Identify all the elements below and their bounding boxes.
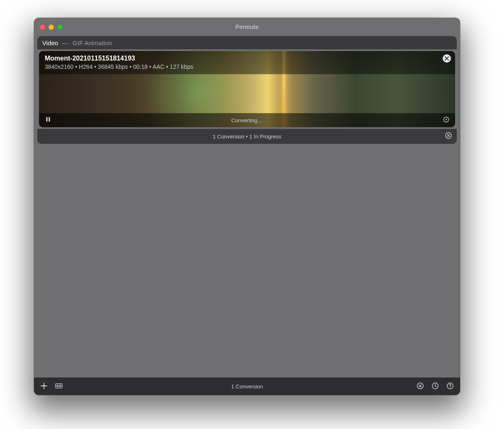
traffic-lights: [40, 18, 63, 36]
plus-icon: [40, 382, 48, 391]
svg-point-3: [445, 119, 446, 120]
zoom-window-button[interactable]: [57, 24, 63, 30]
window-title: Permute: [235, 24, 259, 30]
gear-icon: [443, 116, 450, 125]
help-button[interactable]: [446, 383, 454, 391]
empty-area: [34, 144, 460, 378]
close-window-button[interactable]: [40, 24, 45, 30]
group-summary: 1 Conversion • 1 In Progress: [213, 133, 281, 140]
item-header: Moment-20210115151814193 3840x2160 • H26…: [39, 51, 455, 74]
svg-point-6: [57, 385, 58, 386]
group-header: Video — GIF Animation: [37, 36, 457, 49]
group-footer: 1 Conversion • 1 In Progress: [37, 129, 457, 144]
titlebar: Permute: [34, 18, 460, 36]
history-button[interactable]: [431, 383, 439, 391]
svg-rect-1: [49, 117, 50, 122]
clock-icon: [431, 382, 439, 391]
svg-rect-0: [46, 117, 48, 122]
add-button[interactable]: [40, 383, 48, 391]
item-metadata: 3840x2160 • H264 • 36845 kbps • 00:18 • …: [45, 63, 437, 70]
separator-dash: —: [62, 39, 68, 46]
group-preset-label[interactable]: GIF Animation: [73, 39, 112, 46]
pause-button[interactable]: [44, 116, 52, 124]
toolbar-summary: 1 Conversion: [34, 383, 460, 390]
cancel-circle-icon: [445, 132, 452, 141]
cancel-circle-icon: [417, 382, 424, 391]
item-footer: Converting…: [39, 113, 455, 127]
item-settings-button[interactable]: [442, 116, 450, 124]
remove-item-button[interactable]: [443, 54, 451, 63]
conversion-item[interactable]: Moment-20210115151814193 3840x2160 • H26…: [39, 51, 455, 127]
question-icon: [446, 382, 454, 391]
app-window: Permute Video — GIF Animation Moment-202…: [34, 18, 460, 395]
svg-point-11: [450, 387, 451, 388]
cancel-all-button[interactable]: [416, 383, 424, 391]
bottom-toolbar: 1 Conversion: [34, 378, 460, 395]
presets-icon: [55, 382, 63, 391]
cancel-group-button[interactable]: [444, 132, 453, 141]
minimize-window-button[interactable]: [48, 24, 54, 30]
item-filename: Moment-20210115151814193: [45, 54, 437, 63]
presets-button[interactable]: [55, 383, 63, 391]
pause-icon: [45, 116, 51, 124]
group-category-label: Video: [42, 39, 58, 46]
svg-point-7: [59, 385, 61, 386]
item-status: Converting…: [39, 117, 455, 124]
close-icon: [445, 55, 449, 62]
